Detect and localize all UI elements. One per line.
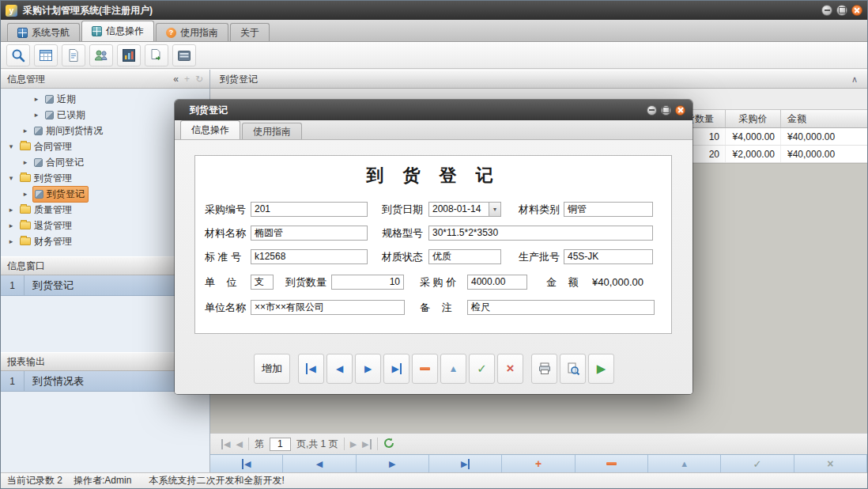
pager-last-button[interactable]: ▶: [362, 439, 371, 449]
tree-item-label: 到货登记: [47, 188, 85, 201]
purchase-price-field[interactable]: 4000.00: [467, 275, 527, 290]
sidebar-header: 信息管理 « + ↻: [1, 70, 209, 89]
maximize-button[interactable]: [836, 5, 847, 16]
expander-icon[interactable]: ▸: [32, 111, 40, 119]
grid-delete-button[interactable]: [576, 455, 648, 472]
material-category-field[interactable]: 铜管: [564, 202, 653, 217]
tree-item-label: 合同登记: [46, 156, 84, 169]
dialog-body: 到 货 登 记 采购编号 201 到货日期 2008-01-14 ▾ 材料类别 …: [175, 140, 693, 394]
grid-last-button[interactable]: ▶: [429, 455, 502, 472]
expander-icon[interactable]: ▸: [7, 222, 15, 229]
expander-icon[interactable]: ▸: [7, 237, 15, 245]
arrival-qty-field[interactable]: 10: [331, 275, 404, 290]
dialog-tab-information-operations[interactable]: 信息操作: [180, 120, 240, 139]
grid-header-amount[interactable]: 金额: [780, 110, 867, 127]
spec-model-field[interactable]: 30*11.5*2*3530: [428, 226, 653, 241]
run-button[interactable]: ▶: [588, 354, 614, 384]
amount-label: 金 额: [546, 275, 578, 290]
chevron-down-icon[interactable]: ▾: [489, 203, 500, 216]
grid-cancel-button[interactable]: ×: [794, 455, 867, 472]
move-up-button[interactable]: ▲: [440, 354, 466, 384]
document-icon: [66, 47, 81, 63]
dialog-tab-user-guide[interactable]: 使用指南: [242, 123, 302, 139]
refresh-tree-icon[interactable]: ↻: [195, 74, 203, 85]
dialog-toolbar: 增加 ◀ ◀ ▶ ▶ ▲ ✓ × ▶: [254, 354, 614, 384]
pager-prev-button[interactable]: ◀: [236, 439, 242, 449]
tree-item-label: 质量管理: [34, 203, 72, 217]
cancel-record-button[interactable]: ×: [497, 354, 523, 384]
tab-system-navigation[interactable]: 系统导航: [7, 23, 80, 41]
tree-item-label: 合同管理: [34, 140, 72, 154]
print-button[interactable]: [531, 354, 557, 384]
tab-information-operations[interactable]: 信息操作: [81, 21, 154, 41]
refresh-icon[interactable]: [383, 438, 394, 451]
company-field[interactable]: ××市××有限公司: [251, 300, 405, 315]
unit-field[interactable]: 支: [251, 275, 274, 290]
table-view-button[interactable]: [34, 44, 58, 66]
delete-record-button[interactable]: [412, 354, 438, 384]
expander-icon[interactable]: ▾: [7, 174, 15, 182]
next-record-button[interactable]: ▶: [355, 354, 381, 384]
tab-user-guide[interactable]: ? 使用指南: [156, 23, 228, 41]
dialog-tab-label: 信息操作: [191, 123, 229, 137]
last-icon: ▶: [461, 459, 470, 469]
expand-all-icon[interactable]: +: [184, 74, 190, 85]
grid-add-button[interactable]: +: [502, 455, 575, 472]
close-button[interactable]: [851, 5, 862, 16]
next-icon: ▶: [389, 459, 395, 469]
dialog-minimize-button[interactable]: [647, 105, 657, 116]
pager-first-button[interactable]: ◀: [221, 439, 230, 449]
window-title: 采购计划管理系统(非注册用户): [23, 4, 153, 17]
record-count: 当前记录数 2: [7, 474, 62, 487]
cell-price: ¥4,000.00: [725, 128, 780, 145]
grid-next-button[interactable]: ▶: [357, 455, 429, 472]
expander-icon[interactable]: ▸: [7, 206, 15, 214]
document-button[interactable]: [62, 44, 85, 66]
info-window-header-label: 信息窗口: [7, 260, 45, 273]
pager-next-button[interactable]: ▶: [350, 439, 357, 449]
prev-record-button[interactable]: ◀: [326, 354, 353, 384]
tree-item-label: 退货管理: [34, 219, 72, 233]
expander-icon[interactable]: ▸: [32, 95, 40, 103]
save-record-button[interactable]: ✓: [469, 354, 495, 384]
grid-prev-button[interactable]: ◀: [283, 455, 356, 472]
tab-about[interactable]: 关于: [230, 23, 270, 41]
add-record-button[interactable]: 增加: [254, 354, 290, 384]
folder-icon: [20, 174, 31, 182]
first-icon: ◀: [306, 363, 315, 374]
expander-icon[interactable]: ▸: [21, 190, 29, 198]
chart-button[interactable]: [117, 44, 141, 66]
search-button[interactable]: [6, 44, 30, 66]
collapse-panel-icon[interactable]: ∧: [851, 74, 858, 85]
grid-first-button[interactable]: ◀: [210, 455, 283, 472]
minimize-button[interactable]: [821, 5, 832, 16]
archive-button[interactable]: [172, 44, 196, 66]
pager-prefix: 第: [255, 438, 264, 451]
preview-button[interactable]: [560, 354, 586, 384]
expander-icon[interactable]: ▸: [21, 158, 29, 166]
purchase-no-field[interactable]: 201: [251, 202, 368, 217]
form-title: 到 货 登 记: [195, 164, 671, 188]
expander-icon[interactable]: ▾: [7, 142, 15, 150]
arrival-date-field[interactable]: 2008-01-14 ▾: [428, 202, 501, 217]
preview-icon: [566, 362, 580, 376]
remark-field[interactable]: 检尺: [467, 300, 655, 315]
grid-up-button[interactable]: ▲: [648, 455, 721, 472]
export-button[interactable]: [145, 44, 168, 66]
standard-no-label: 标 准 号: [205, 249, 241, 265]
dialog-close-button[interactable]: [675, 105, 685, 116]
dialog-maximize-button[interactable]: [661, 105, 671, 116]
grid-confirm-button[interactable]: ✓: [721, 455, 794, 472]
batch-no-field[interactable]: 45S-JK: [564, 249, 653, 264]
standard-no-field[interactable]: k12568: [251, 249, 368, 264]
material-name-field[interactable]: 椭圆管: [251, 226, 368, 241]
grid-header-price[interactable]: 采购价: [725, 110, 780, 127]
material-status-field[interactable]: 优质: [428, 249, 501, 264]
page-number-input[interactable]: 1: [270, 438, 291, 451]
users-button[interactable]: [89, 44, 113, 66]
expander-icon[interactable]: ▸: [21, 127, 29, 135]
collapse-sidebar-icon[interactable]: «: [173, 74, 179, 85]
status-message: 本系统支持二次开发和全新开发!: [149, 474, 284, 487]
first-record-button[interactable]: ◀: [298, 354, 324, 384]
last-record-button[interactable]: ▶: [383, 354, 409, 384]
